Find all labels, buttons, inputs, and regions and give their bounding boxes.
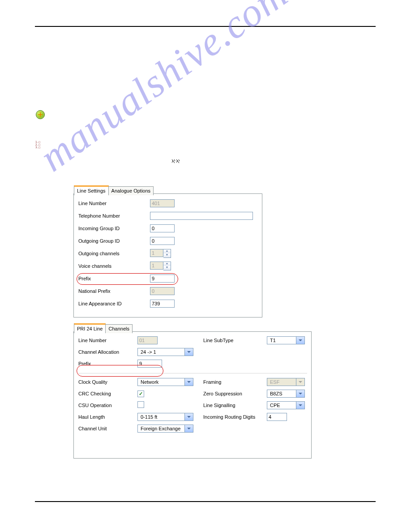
spinner-up-icon: ▲ [163,262,171,266]
telephone-number-field[interactable] [150,212,253,220]
outgoing-group-field[interactable] [150,237,175,245]
spinner-down-icon: ▼ [163,266,171,270]
channel-unit-select[interactable]: Foreign Exchange [137,425,193,433]
line-signalling-select[interactable]: CPE [267,401,305,409]
incoming-routing-field[interactable] [267,413,287,421]
csu-operation-label: CSU Operation [78,403,137,408]
line-subtype-label: Line SubType [203,338,266,343]
incoming-group-field[interactable] [150,224,175,232]
national-prefix-field [150,287,175,295]
chevron-down-icon [296,378,304,386]
chevron-down-icon [296,337,304,344]
tab-line-settings[interactable]: Line Settings [74,185,109,195]
framing-select: ESF [267,378,305,386]
csu-operation-checkbox[interactable] [137,401,144,408]
page-bottom-rule [35,501,376,502]
line-appearance-field[interactable] [150,300,175,308]
prefix-label2: Prefix [78,361,137,366]
chevron-down-icon [184,413,193,420]
chevron-down-icon [184,425,193,432]
chevron-down-icon [184,378,193,386]
tab-analogue-options[interactable]: Analogue Options [109,186,154,195]
line-number-field [150,199,175,207]
zero-suppression-select[interactable]: B8ZS [267,390,305,398]
outgoing-channels-label: Outgoing channels [78,251,150,256]
spinner-down-icon: ▼ [163,253,171,257]
pin-icon [170,159,182,170]
prefix-label: Prefix [78,276,150,281]
national-prefix-label: National Prefix [78,288,150,294]
telephone-number-label: Telephone Number [78,213,150,219]
chevron-down-icon [296,390,304,397]
line-appearance-label: Line Appearance ID [78,301,150,306]
chevron-down-icon [184,348,193,356]
voice-channels-label: Voice channels [78,263,150,269]
channel-allocation-select[interactable]: 24 -> 1 [137,348,193,356]
line-number-label: Line Number [78,201,150,206]
incoming-group-label: Incoming Group ID [78,226,150,231]
line-number-label2: Line Number [78,338,137,343]
prefix-field2[interactable] [137,360,162,368]
channel-allocation-label: Channel Allocation [78,349,137,355]
line-number-field2 [137,336,158,344]
tab-pri24-line[interactable]: PRI 24 Line [74,323,106,333]
line-signalling-label: Line Signalling [203,403,266,408]
haul-length-select[interactable]: 0-115 ft [137,413,193,421]
pri24-line-panel: PRI 24 Line Channels Line Number Line Su… [73,331,312,459]
haul-length-label: Haul Length [78,414,137,420]
incoming-routing-label: Incoming Routing Digits [203,414,266,420]
chevron-down-icon [296,402,304,409]
voice-channels-field [150,262,163,270]
framing-label: Framing [203,379,266,385]
clock-quality-label: Clock Quality [78,379,137,385]
tab-channels[interactable]: Channels [106,324,132,333]
list-glyph-icon: 1.□2.□3.□ [35,141,40,149]
zero-suppression-label: Zero Suppression [203,391,266,396]
clock-quality-select[interactable]: Network [137,378,193,386]
add-icon [36,110,45,119]
page-top-rule [35,26,376,27]
outgoing-group-label: Outgoing Group ID [78,238,150,244]
line-subtype-select[interactable]: T1 [267,336,305,344]
crc-checking-checkbox[interactable] [137,390,144,397]
spinner-up-icon: ▲ [163,249,171,253]
prefix-field[interactable] [150,275,175,283]
line-settings-panel: Line Settings Analogue Options Line Numb… [73,193,262,317]
watermark: manualshive.com [31,0,296,180]
crc-checking-label: CRC Checking [78,391,137,396]
outgoing-channels-field [150,249,163,257]
channel-unit-label: Channel Unit [78,426,137,431]
